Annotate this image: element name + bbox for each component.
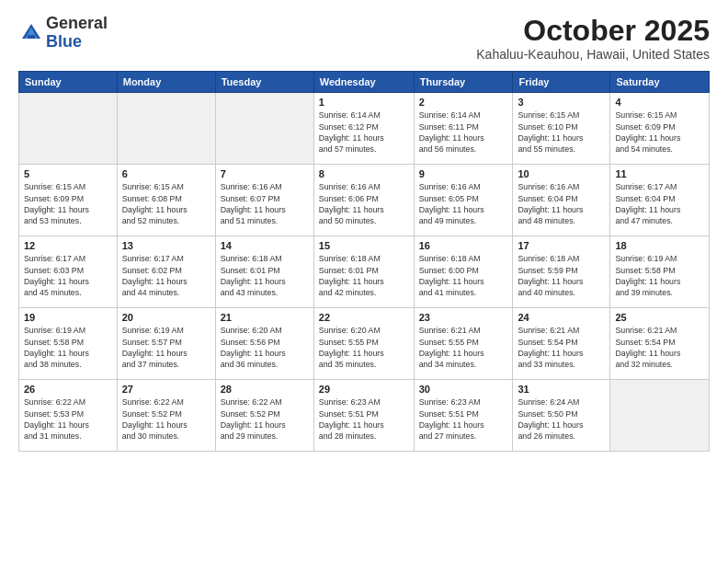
day-number: 28 bbox=[221, 384, 309, 395]
day-number: 7 bbox=[221, 168, 309, 179]
day-number: 22 bbox=[319, 312, 409, 323]
calendar-cell: 1Sunrise: 6:14 AM Sunset: 6:12 PM Daylig… bbox=[313, 93, 414, 165]
day-info: Sunrise: 6:22 AM Sunset: 5:52 PM Dayligh… bbox=[122, 396, 210, 442]
day-info: Sunrise: 6:21 AM Sunset: 5:54 PM Dayligh… bbox=[518, 325, 605, 370]
day-info: Sunrise: 6:19 AM Sunset: 5:57 PM Dayligh… bbox=[122, 325, 210, 370]
day-number: 18 bbox=[615, 240, 704, 251]
day-number: 27 bbox=[122, 384, 210, 395]
logo-icon bbox=[18, 20, 44, 46]
day-number: 9 bbox=[419, 168, 508, 179]
calendar-header-row: SundayMondayTuesdayWednesdayThursdayFrid… bbox=[19, 72, 710, 93]
calendar-cell: 10Sunrise: 6:16 AM Sunset: 6:04 PM Dayli… bbox=[513, 165, 610, 236]
calendar-cell: 14Sunrise: 6:18 AM Sunset: 6:01 PM Dayli… bbox=[215, 236, 313, 308]
calendar-cell: 2Sunrise: 6:14 AM Sunset: 6:11 PM Daylig… bbox=[414, 93, 513, 165]
day-number: 26 bbox=[24, 384, 112, 395]
calendar-cell: 27Sunrise: 6:22 AM Sunset: 5:52 PM Dayli… bbox=[117, 380, 215, 452]
location: Kahaluu-Keauhou, Hawaii, United States bbox=[476, 47, 710, 62]
day-number: 17 bbox=[518, 240, 605, 251]
calendar-day-header: Thursday bbox=[414, 72, 513, 93]
header: General Blue October 2025 Kahaluu-Keauho… bbox=[18, 15, 710, 62]
calendar-cell: 22Sunrise: 6:20 AM Sunset: 5:55 PM Dayli… bbox=[313, 308, 414, 380]
day-info: Sunrise: 6:20 AM Sunset: 5:55 PM Dayligh… bbox=[319, 325, 409, 370]
day-number: 2 bbox=[419, 97, 508, 108]
month-title: October 2025 bbox=[476, 15, 710, 47]
day-number: 13 bbox=[122, 240, 210, 251]
day-info: Sunrise: 6:16 AM Sunset: 6:06 PM Dayligh… bbox=[319, 181, 409, 226]
calendar-cell: 3Sunrise: 6:15 AM Sunset: 6:10 PM Daylig… bbox=[513, 93, 610, 165]
day-info: Sunrise: 6:20 AM Sunset: 5:56 PM Dayligh… bbox=[221, 325, 309, 370]
calendar-cell bbox=[610, 380, 710, 452]
calendar-week-row: 26Sunrise: 6:22 AM Sunset: 5:53 PM Dayli… bbox=[19, 380, 710, 452]
calendar-cell: 23Sunrise: 6:21 AM Sunset: 5:55 PM Dayli… bbox=[414, 308, 513, 380]
day-number: 3 bbox=[518, 97, 605, 108]
day-info: Sunrise: 6:22 AM Sunset: 5:52 PM Dayligh… bbox=[221, 396, 309, 442]
calendar-cell: 25Sunrise: 6:21 AM Sunset: 5:54 PM Dayli… bbox=[610, 308, 710, 380]
day-info: Sunrise: 6:23 AM Sunset: 5:51 PM Dayligh… bbox=[419, 396, 508, 442]
calendar-cell: 21Sunrise: 6:20 AM Sunset: 5:56 PM Dayli… bbox=[215, 308, 313, 380]
calendar-cell: 29Sunrise: 6:23 AM Sunset: 5:51 PM Dayli… bbox=[313, 380, 414, 452]
day-number: 15 bbox=[319, 240, 409, 251]
day-info: Sunrise: 6:18 AM Sunset: 6:01 PM Dayligh… bbox=[221, 253, 309, 298]
day-number: 5 bbox=[24, 168, 112, 179]
day-number: 11 bbox=[615, 168, 704, 179]
page: General Blue October 2025 Kahaluu-Keauho… bbox=[0, 0, 728, 563]
calendar-day-header: Sunday bbox=[19, 72, 118, 93]
calendar-cell bbox=[117, 93, 215, 165]
day-number: 29 bbox=[319, 384, 409, 395]
day-number: 25 bbox=[615, 312, 704, 323]
day-info: Sunrise: 6:19 AM Sunset: 5:58 PM Dayligh… bbox=[615, 253, 704, 298]
calendar-cell: 9Sunrise: 6:16 AM Sunset: 6:05 PM Daylig… bbox=[414, 165, 513, 236]
logo-text: General Blue bbox=[46, 15, 108, 52]
calendar-cell: 6Sunrise: 6:15 AM Sunset: 6:08 PM Daylig… bbox=[117, 165, 215, 236]
day-number: 14 bbox=[221, 240, 309, 251]
calendar-day-header: Friday bbox=[513, 72, 610, 93]
day-info: Sunrise: 6:16 AM Sunset: 6:04 PM Dayligh… bbox=[518, 181, 605, 226]
day-number: 16 bbox=[419, 240, 508, 251]
day-info: Sunrise: 6:14 AM Sunset: 6:11 PM Dayligh… bbox=[419, 109, 508, 155]
calendar-cell: 20Sunrise: 6:19 AM Sunset: 5:57 PM Dayli… bbox=[117, 308, 215, 380]
day-info: Sunrise: 6:18 AM Sunset: 6:01 PM Dayligh… bbox=[319, 253, 409, 298]
day-info: Sunrise: 6:17 AM Sunset: 6:04 PM Dayligh… bbox=[615, 181, 704, 226]
day-number: 19 bbox=[24, 312, 112, 323]
day-number: 23 bbox=[419, 312, 508, 323]
calendar-cell: 11Sunrise: 6:17 AM Sunset: 6:04 PM Dayli… bbox=[610, 165, 710, 236]
day-info: Sunrise: 6:15 AM Sunset: 6:09 PM Dayligh… bbox=[24, 181, 112, 226]
calendar-cell: 19Sunrise: 6:19 AM Sunset: 5:58 PM Dayli… bbox=[19, 308, 118, 380]
calendar-cell: 18Sunrise: 6:19 AM Sunset: 5:58 PM Dayli… bbox=[610, 236, 710, 308]
calendar-cell: 15Sunrise: 6:18 AM Sunset: 6:01 PM Dayli… bbox=[313, 236, 414, 308]
calendar-cell: 5Sunrise: 6:15 AM Sunset: 6:09 PM Daylig… bbox=[19, 165, 118, 236]
day-number: 1 bbox=[319, 97, 409, 108]
day-info: Sunrise: 6:17 AM Sunset: 6:03 PM Dayligh… bbox=[24, 253, 112, 298]
day-info: Sunrise: 6:17 AM Sunset: 6:02 PM Dayligh… bbox=[122, 253, 210, 298]
calendar-cell: 8Sunrise: 6:16 AM Sunset: 6:06 PM Daylig… bbox=[313, 165, 414, 236]
day-info: Sunrise: 6:23 AM Sunset: 5:51 PM Dayligh… bbox=[319, 396, 409, 442]
day-number: 31 bbox=[518, 384, 605, 395]
calendar-cell: 26Sunrise: 6:22 AM Sunset: 5:53 PM Dayli… bbox=[19, 380, 118, 452]
calendar-week-row: 1Sunrise: 6:14 AM Sunset: 6:12 PM Daylig… bbox=[19, 93, 710, 165]
day-info: Sunrise: 6:16 AM Sunset: 6:05 PM Dayligh… bbox=[419, 181, 508, 226]
day-number: 4 bbox=[615, 97, 704, 108]
calendar-day-header: Monday bbox=[117, 72, 215, 93]
day-info: Sunrise: 6:15 AM Sunset: 6:10 PM Dayligh… bbox=[518, 109, 605, 155]
logo-blue: Blue bbox=[46, 32, 82, 51]
calendar-cell bbox=[215, 93, 313, 165]
day-info: Sunrise: 6:21 AM Sunset: 5:54 PM Dayligh… bbox=[615, 325, 704, 370]
calendar-cell: 12Sunrise: 6:17 AM Sunset: 6:03 PM Dayli… bbox=[19, 236, 118, 308]
calendar-week-row: 12Sunrise: 6:17 AM Sunset: 6:03 PM Dayli… bbox=[19, 236, 710, 308]
day-info: Sunrise: 6:14 AM Sunset: 6:12 PM Dayligh… bbox=[319, 109, 409, 155]
calendar-table: SundayMondayTuesdayWednesdayThursdayFrid… bbox=[18, 71, 710, 452]
calendar-cell: 16Sunrise: 6:18 AM Sunset: 6:00 PM Dayli… bbox=[414, 236, 513, 308]
day-info: Sunrise: 6:24 AM Sunset: 5:50 PM Dayligh… bbox=[518, 396, 605, 442]
calendar-cell: 4Sunrise: 6:15 AM Sunset: 6:09 PM Daylig… bbox=[610, 93, 710, 165]
day-number: 20 bbox=[122, 312, 210, 323]
calendar-day-header: Tuesday bbox=[215, 72, 313, 93]
day-number: 21 bbox=[221, 312, 309, 323]
calendar-week-row: 5Sunrise: 6:15 AM Sunset: 6:09 PM Daylig… bbox=[19, 165, 710, 236]
day-info: Sunrise: 6:15 AM Sunset: 6:08 PM Dayligh… bbox=[122, 181, 210, 226]
day-number: 24 bbox=[518, 312, 605, 323]
calendar-day-header: Wednesday bbox=[313, 72, 414, 93]
day-info: Sunrise: 6:21 AM Sunset: 5:55 PM Dayligh… bbox=[419, 325, 508, 370]
logo: General Blue bbox=[18, 15, 108, 52]
day-number: 30 bbox=[419, 384, 508, 395]
day-number: 12 bbox=[24, 240, 112, 251]
